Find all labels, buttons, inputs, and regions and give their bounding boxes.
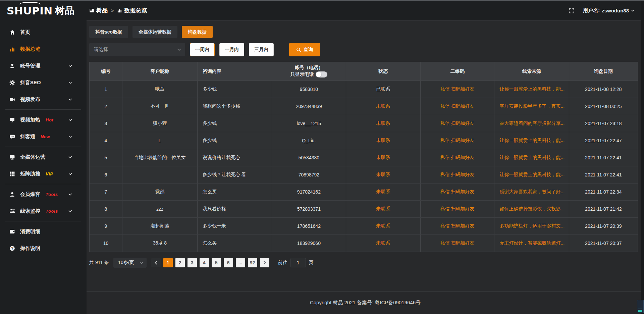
sidebar-item-matrix-boost[interactable]: 矩阵助推 VIP [0,165,87,182]
cell-date: 2021-11-07 23:18 [569,115,638,132]
sidebar-divider [5,184,81,184]
sidebar-item-data-overview[interactable]: 数据总览 [0,41,87,57]
new-badge: New [41,134,50,139]
sidebar-item-video-publish[interactable]: 视频发布 [0,91,87,108]
cell-qrcode-links[interactable]: 私信 扫码加好友 [421,235,495,252]
cell-account: 183929060 [272,235,346,252]
cell-nickname: 觉然 [122,184,198,200]
scrollbar-track[interactable] [641,1,644,314]
range-week-button[interactable]: 一周内 [190,43,215,56]
sidebar-item-media-ops[interactable]: 全媒体运营 [0,149,87,165]
page-size-value: 10条/页 [118,260,134,266]
cell-content: 怎么买 [198,184,272,200]
cell-source-link[interactable]: 让你一眼就爱上的黑科技，能... [494,132,569,149]
cell-account: 50534380 [272,149,346,166]
goto-page-input[interactable] [290,258,306,267]
video-camera-icon [9,97,15,102]
col-date: 询盘日期 [569,62,638,81]
phone-only-toggle[interactable] [316,71,327,77]
sidebar-item-douketong[interactable]: 抖客通 New [0,128,87,145]
page-size-select[interactable]: 10条/页 [113,258,146,268]
page-number-button[interactable]: 3 [187,258,197,267]
logo-text-en: SHUPIN [7,5,53,17]
query-button[interactable]: 查询 [289,43,320,56]
cell-qrcode-links[interactable]: 私信 扫码加好友 [421,184,495,200]
cell-source-link[interactable]: 无主灯设计，智能磁吸轨道灯... [494,235,569,252]
cell-nickname: 不可一世 [122,98,198,115]
cell-source-link[interactable]: 客厅安装投影半年多了，真实... [494,98,569,115]
cell-qrcode-links[interactable]: 私信 扫码加好友 [421,201,495,217]
cell-source-link[interactable]: 让你一眼就爱上的黑科技，能... [494,81,569,98]
account-select[interactable]: 请选择 [89,43,185,56]
breadcrumb-label: 数据总览 [124,7,147,14]
cell-id: 7 [90,184,122,200]
toggle-knob [316,72,321,77]
cell-status: 未联系 [346,201,421,217]
prev-page-button[interactable] [151,258,161,267]
chevron-down-icon [140,262,143,264]
sidebar-item-video-heat[interactable]: 视频加热 Hot [0,111,87,128]
main-content: 抖音seo数据 全媒体运营数据 询盘数据 请选择 一周内 一月内 三月内 查询 [87,20,644,314]
gear-icon [9,80,15,86]
goto-label: 前往 [278,260,287,266]
logo[interactable]: SHUPIN 树品 [0,1,87,20]
user-menu[interactable]: 用户名: zswodun88 [583,7,635,14]
sidebar-item-help[interactable]: ? 操作说明 [0,240,87,257]
cell-source-link[interactable]: 被大家追着问的客厅投影分享... [494,115,569,132]
tab-douyin-seo-data[interactable]: 抖音seo数据 [89,26,128,38]
chevron-down-icon [68,65,74,67]
table-row: 7 觉然 怎么买 917024162 未联系 私信 扫码加好友 感谢大家喜欢我家… [90,184,638,201]
cell-source-link[interactable]: 让你一眼就爱上的黑科技，能... [494,166,569,183]
filter-bar: 请选择 一周内 一月内 三月内 查询 [89,43,638,56]
page-number-button[interactable]: 4 [200,258,209,267]
cell-source-link[interactable]: 感谢大家喜欢我家，被问了好... [494,184,569,200]
next-page-button[interactable] [260,258,269,267]
cell-account: 9583810 [272,81,346,98]
cell-source-link[interactable]: 多功能护栏灯，适用于乡村文... [494,218,569,234]
page-number-button[interactable]: 5 [212,258,221,267]
cell-source-link[interactable]: 如何正确选择投影仪，买投影... [494,201,569,217]
table-body: 1 哦章 多少钱 9583810 已联系 私信 扫码加好友 让你一眼就爱上的黑科… [90,81,638,252]
page-number-button[interactable]: 92 [248,258,257,267]
home-icon [9,30,15,35]
cell-date: 2021-11-07 20:37 [569,235,638,252]
sidebar-item-leads-monitor[interactable]: 线索监控 Tools [0,203,87,219]
corner-widget[interactable] [637,300,644,313]
page-number-button[interactable]: 1 [163,258,173,267]
cell-qrcode-links[interactable]: 私信 扫码加好友 [421,166,495,183]
page-number-button[interactable]: 2 [175,258,185,267]
cell-qrcode-links[interactable]: 私信 扫码加好友 [421,218,495,234]
cell-qrcode-links[interactable]: 私信 扫码加好友 [421,132,495,149]
chevron-down-icon [68,173,74,175]
sidebar-item-home[interactable]: 首页 [0,24,87,41]
range-month-button[interactable]: 一月内 [219,43,244,56]
cell-qrcode-links[interactable]: 私信 扫码加好友 [421,115,495,132]
tab-inquiry-data[interactable]: 询盘数据 [182,26,213,38]
sidebar-item-account-mgmt[interactable]: 账号管理 [0,57,87,74]
cell-status: 未联系 [346,235,421,252]
cell-account: 2097344839 [272,98,346,115]
tab-media-ops-data[interactable]: 全媒体运营数据 [132,26,177,38]
fullscreen-icon[interactable] [569,8,574,13]
range-quarter-button[interactable]: 三月内 [249,43,274,56]
chevron-down-icon [68,136,74,138]
page-number-button[interactable]: 6 [224,258,233,267]
cell-source-link[interactable]: 让你一眼就爱上的黑科技，能... [494,149,569,166]
cell-date: 2021-11-07 20:39 [569,218,638,234]
page-number-button[interactable]: ... [236,258,245,267]
cell-qrcode-links[interactable]: 私信 扫码加好友 [421,98,495,115]
col-nickname: 客户昵称 [122,62,198,81]
sidebar-divider [5,147,81,147]
page-buttons: 123456...92 [163,258,260,267]
bar-chart-icon [117,8,122,13]
sidebar-item-label: 首页 [20,29,30,36]
cell-date: 2021-11-08 12:28 [569,81,638,98]
sidebar-item-douyin-seo[interactable]: 抖音SEO [0,74,87,91]
table-row: 1 哦章 多少钱 9583810 已联系 私信 扫码加好友 让你一眼就爱上的黑科… [90,81,638,98]
breadcrumb-home[interactable]: 树品 [89,7,108,14]
cell-qrcode-links[interactable]: 私信 扫码加好友 [421,149,495,166]
cell-qrcode-links[interactable]: 私信 扫码加好友 [421,81,495,98]
sidebar-item-spend-details[interactable]: 消费明细 [0,223,87,240]
sidebar-item-member-leads[interactable]: 会员爆客 Tools [0,186,87,203]
breadcrumb-current[interactable]: 数据总览 [117,7,147,14]
